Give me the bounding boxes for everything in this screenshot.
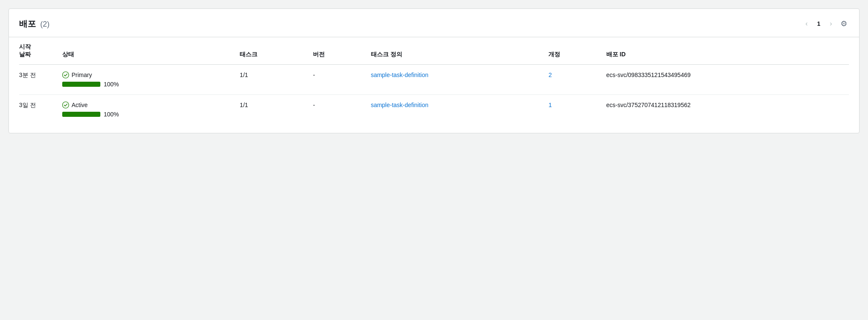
status-check-icon [62,72,69,78]
status-check-icon [62,102,69,108]
prev-icon: ‹ [805,20,807,28]
revision-link[interactable]: 2 [548,72,552,78]
cell-status: Primary100% [57,65,235,95]
cell-task: 1/1 [235,95,308,125]
cell-status: Active100% [57,95,235,125]
progress-label: 100% [104,111,119,118]
col-revision: 개정 [543,37,601,65]
col-status: 상태 [57,37,235,65]
panel-count: (2) [40,20,50,28]
prev-page-button[interactable]: ‹ [802,18,811,29]
col-version: 버전 [308,37,365,65]
panel-title: 배포 [19,19,36,28]
task-definition-link[interactable]: sample-task-definition [371,102,428,108]
status-badge: Primary [62,72,229,78]
col-task-definition: 태스크 정의 [366,37,544,65]
deployments-panel: 배포 (2) ‹ 1 › ⚙ 시작날짜 상태 태스크 버전 태스크 정의 [8,8,860,133]
next-icon: › [830,20,832,28]
progress-bar-container: 100% [62,81,229,88]
deployments-table: 시작날짜 상태 태스크 버전 태스크 정의 개정 배포 ID 3분 전 Prim… [19,37,849,124]
task-definition-link[interactable]: sample-task-definition [371,72,428,78]
cell-version: - [308,95,365,125]
revision-link[interactable]: 1 [548,102,552,108]
col-task: 태스크 [235,37,308,65]
progress-bar-container: 100% [62,111,229,118]
next-page-button[interactable]: › [827,18,835,29]
cell-version: - [308,65,365,95]
panel-title-area: 배포 (2) [19,18,50,30]
pagination-controls: ‹ 1 › ⚙ [802,17,849,30]
svg-point-0 [63,72,69,78]
progress-bar [62,82,100,87]
cell-start-date: 3일 전 [19,95,57,125]
progress-fill [62,112,100,117]
panel-header: 배포 (2) ‹ 1 › ⚙ [19,17,849,30]
page-number: 1 [815,20,823,27]
table-row: 3일 전 Active100%1/1-sample-task-definitio… [19,95,849,125]
table-header-row: 시작날짜 상태 태스크 버전 태스크 정의 개정 배포 ID [19,37,849,65]
status-badge: Active [62,102,229,108]
cell-revision: 2 [543,65,601,95]
status-label: Active [72,102,88,108]
progress-bar [62,112,100,117]
gear-icon: ⚙ [840,19,847,28]
cell-deployment-id: ecs-svc/098333512154349546​9 [601,65,849,95]
svg-point-1 [63,102,69,108]
cell-task-definition: sample-task-definition [366,65,544,95]
cell-deployment-id: ecs-svc/375270741211831956​2 [601,95,849,125]
col-deployment-id: 배포 ID [601,37,849,65]
cell-revision: 1 [543,95,601,125]
col-start-date: 시작날짜 [19,37,57,65]
status-label: Primary [72,72,92,78]
cell-task-definition: sample-task-definition [366,95,544,125]
progress-fill [62,82,100,87]
cell-start-date: 3분 전 [19,65,57,95]
cell-task: 1/1 [235,65,308,95]
table-row: 3분 전 Primary100%1/1-sample-task-definiti… [19,65,849,95]
progress-label: 100% [104,81,119,88]
settings-button[interactable]: ⚙ [839,17,849,30]
